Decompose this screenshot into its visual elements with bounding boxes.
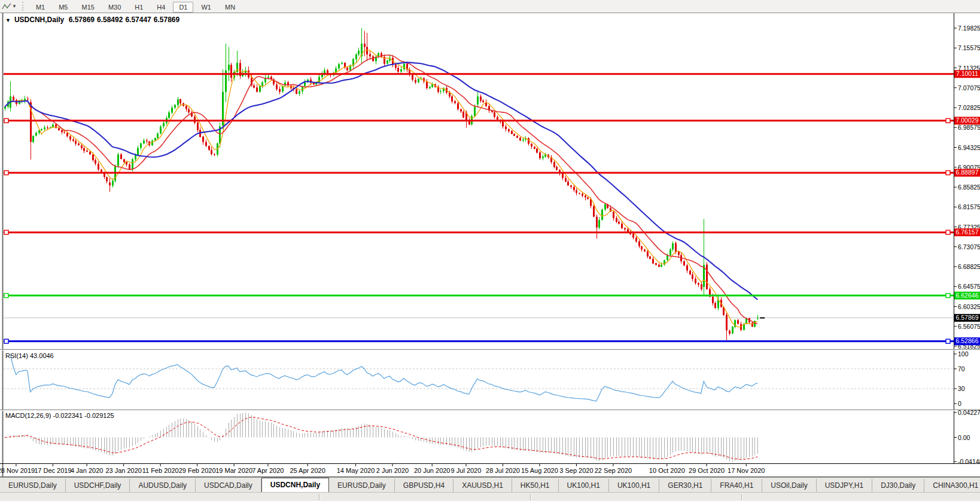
tab-gbpusd-h4-6[interactable]: GBPUSD,H4: [395, 479, 454, 493]
date-label: 22 Sep 2020: [595, 467, 632, 474]
date-label: 14 May 2020: [337, 467, 375, 474]
macd-label: MACD(12,26,9) -0.022341 -0.029125: [5, 412, 114, 419]
price-tick-label: 6.81575: [958, 203, 980, 210]
date-label: 29 Feb 2020: [179, 467, 216, 474]
tab-fra40-h1-12[interactable]: FRA40,H1: [711, 479, 762, 493]
date-label: 20 Jun 2020: [414, 467, 451, 474]
last-price-marker: [760, 317, 765, 319]
price-tick-label: 7.15575: [958, 44, 980, 51]
tab-uk100-h1-9[interactable]: UK100,H1: [559, 479, 609, 493]
hline-handle: [4, 339, 8, 343]
tab-usdcad-daily-3[interactable]: USDCAD,Daily: [196, 479, 261, 493]
price-tick-label: 6.98575: [958, 124, 980, 131]
hline-handle: [946, 118, 950, 123]
tab-eurusd-daily-0[interactable]: EURUSD,Daily: [0, 479, 66, 493]
price-level-box-label: 6.88897: [956, 169, 979, 176]
low-value: 6.57447: [125, 16, 151, 24]
hline-handle: [4, 170, 8, 175]
date-label: 17 Nov 2020: [728, 467, 765, 474]
price-tick-label: 6.94325: [958, 144, 980, 151]
tab-usdchf-daily-1[interactable]: USDCHF,Daily: [66, 479, 130, 493]
date-label: 4 Jan 2020: [71, 467, 103, 474]
price-tick-label: 6.68825: [958, 263, 980, 270]
price-tick-label: 7.07075: [958, 84, 980, 91]
price-level-box-label: 6.76157: [956, 228, 979, 236]
macd-axis-label: 0.00: [958, 434, 970, 441]
date-label: 9 Jul 2020: [451, 467, 482, 474]
macd-name: MACD(12,26,9): [5, 412, 51, 419]
close-value: 6.57869: [154, 16, 179, 24]
hline-handle: [4, 294, 8, 298]
date-label: 2 Jun 2020: [376, 467, 409, 474]
price-level-box-label: 7.00029: [956, 117, 979, 124]
price-tick-label: 6.85825: [958, 184, 980, 191]
price-tick-label: 7.19825: [958, 25, 980, 32]
rsi-axis-label: 30: [958, 385, 965, 392]
rsi-axis-label: 0: [958, 400, 961, 407]
date-label: 25 Apr 2020: [290, 467, 325, 474]
rsi-label: RSI(14) 43.0046: [5, 352, 54, 359]
date-label: 28 Jul 2020: [486, 467, 520, 474]
status-divider: [530, 494, 531, 500]
price-tick-label: 6.73075: [958, 243, 980, 250]
date-label: 29 Oct 2020: [689, 467, 725, 474]
chart-canvas[interactable]: 7.198257.155757.113257.070757.028256.985…: [0, 0, 980, 501]
price-tick-label: 6.60325: [958, 303, 980, 310]
tab-usoil-daily-13[interactable]: USOil,Daily: [762, 479, 816, 493]
date-label: 11 Feb 2020: [142, 467, 179, 474]
status-divider: [741, 494, 742, 500]
hline-handle: [946, 230, 950, 234]
price-level-box-label: 6.62646: [956, 292, 979, 299]
date-label: 15 Aug 2020: [521, 467, 558, 474]
tab-usdcnh-daily-4[interactable]: USDCNH,Daily: [261, 478, 329, 493]
open-value: 6.57869: [69, 16, 95, 24]
fast-ma: [5, 50, 757, 327]
tab-usdjpy-h1-14[interactable]: USDJPY,H1: [817, 479, 872, 493]
chart-title: ▼USDCNH,Daily 6.578696.584926.574476.578…: [5, 16, 182, 24]
symbol-label: USDCNH,Daily: [14, 16, 64, 24]
date-label: 23 Jan 2020: [105, 467, 142, 474]
date-label: 28 Nov 2019: [0, 467, 35, 474]
price-level-box-label: 6.52866: [956, 337, 979, 344]
tab-dj30-daily-15[interactable]: DJ30,Daily: [872, 479, 924, 493]
macd-axis-label: 0.042275: [958, 409, 980, 416]
tabs-holder: EURUSD,DailyUSDCHF,DailyAUDUSD,DailyUSDC…: [0, 478, 980, 493]
tab-uk100-h1-10[interactable]: UK100,H1: [609, 479, 659, 493]
macd-values: -0.022341 -0.029125: [53, 412, 114, 419]
tab-ger30-h1-11[interactable]: GER30,H1: [659, 479, 711, 493]
candles: [4, 28, 759, 340]
tab-xauusd-h1-7[interactable]: XAUUSD,H1: [454, 479, 512, 493]
rsi-axis-label: 70: [958, 365, 965, 372]
tab-audusd-daily-2[interactable]: AUDUSD,Daily: [130, 479, 196, 493]
price-tick-label: 6.56075: [958, 323, 980, 330]
macd-histogram: [5, 413, 758, 462]
date-label: 17 Dec 2019: [34, 467, 71, 474]
hline-handle: [4, 118, 8, 123]
rsi-line: [11, 355, 758, 401]
tab-hk50-h1-8[interactable]: HK50,H1: [512, 479, 559, 493]
date-label: 19 Mar 2020: [215, 467, 252, 474]
high-value: 6.58492: [97, 16, 123, 24]
slow-ma: [5, 62, 757, 300]
price-level-box-label: 7.10011: [956, 70, 978, 77]
hline-handle: [946, 170, 950, 175]
chart-menu-icon[interactable]: ▼: [5, 17, 11, 23]
symbol-tabbar: EURUSD,DailyUSDCHF,DailyAUDUSD,DailyUSDC…: [0, 477, 980, 493]
rsi-name: RSI(14): [5, 352, 28, 359]
date-label: 10 Oct 2020: [649, 467, 685, 474]
price-level-box-label: 6.57869: [956, 314, 979, 321]
rsi-value: 43.0046: [30, 352, 54, 359]
rsi-axis-label: 100: [958, 350, 969, 358]
hline-handle: [946, 294, 950, 298]
price-tick-label: 6.64575: [958, 283, 980, 290]
price-tick-label: 7.02825: [958, 104, 980, 111]
terminal-window: { "toolbar": { "chart_tool_icon": "zigza…: [0, 0, 980, 501]
date-label: 3 Sep 2020: [559, 467, 593, 474]
mid-ma: [5, 55, 757, 323]
macd-axis-label: -0.04148: [958, 458, 980, 465]
hline-handle: [4, 230, 8, 234]
date-label: 7 Apr 2020: [252, 467, 284, 474]
status-divider: [319, 494, 320, 500]
tab-eurusd-daily-5[interactable]: EURUSD,Daily: [329, 479, 395, 493]
tab-china300-h1-16[interactable]: CHINA300,H1: [924, 479, 980, 493]
